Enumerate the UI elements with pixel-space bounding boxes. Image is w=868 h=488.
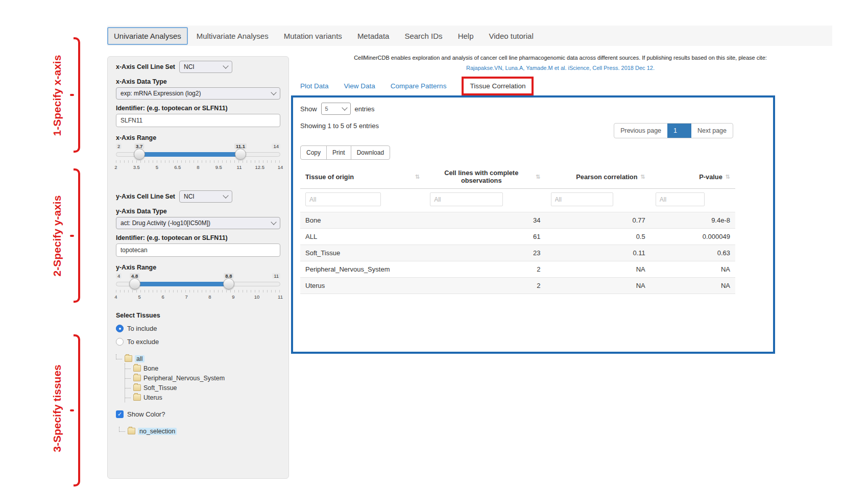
cell-p: 0.000049 <box>650 229 735 245</box>
nav-tab-multivariate-analyses[interactable]: Multivariate Analyses <box>190 27 275 45</box>
cell-r: 0.5 <box>546 229 650 245</box>
tick-label: 11 <box>278 294 283 300</box>
y-range-slider[interactable]: 4 4.8 8.8 11 4 5 6 7 8 9 10 11 <box>116 273 280 305</box>
y-range-ticks <box>116 290 280 292</box>
x-data-type-select[interactable]: exp: mRNA Expression (log2) <box>116 87 280 100</box>
y-cell-line-set-select[interactable]: NCI <box>179 190 232 203</box>
entries-count-select[interactable]: 5 <box>321 103 351 115</box>
x-range-min: 2 <box>116 143 122 149</box>
x-range-tick-labels: 2 3.5 5 6.5 8 9.5 11 12.5 14 <box>116 164 280 170</box>
sort-icon[interactable]: ⇅ <box>536 174 540 180</box>
x-range-slider[interactable]: 2 3.7 11.1 14 2 3.5 5 6.5 8 9.5 11 12.5 <box>116 143 280 175</box>
cell-n: 34 <box>425 212 545 229</box>
sub-tabs: Plot Data View Data Compare Patterns Tis… <box>300 77 534 95</box>
x-identifier-input[interactable] <box>116 114 280 127</box>
cell-n: 2 <box>425 278 545 294</box>
export-button-group: Copy Print Download <box>300 145 390 160</box>
column-header-pearson-correlation[interactable]: Pearson correlation ⇅ <box>546 165 650 189</box>
tree-connector <box>125 374 131 379</box>
cell-p: NA <box>650 278 735 294</box>
radio-off-icon[interactable] <box>116 338 124 346</box>
filter-input-pearson[interactable] <box>551 192 613 206</box>
nav-tab-help[interactable]: Help <box>451 27 480 45</box>
filter-input-tissue[interactable] <box>305 192 381 206</box>
copy-button[interactable]: Copy <box>301 146 327 159</box>
tree-item-soft-tissue[interactable]: Soft_Tissue <box>125 383 280 393</box>
tissue-tree: all Bone Peripheral_Nervous_System <box>116 354 280 402</box>
x-data-type-label: x-Axis Data Type <box>116 78 280 85</box>
annotation-bracket-2 <box>74 168 80 303</box>
x-range-handle-right[interactable] <box>235 149 246 160</box>
nav-tab-video-tutorial[interactable]: Video tutorial <box>482 27 540 45</box>
show-label: Show <box>300 105 317 113</box>
x-range-ticks <box>116 160 280 163</box>
radio-to-include[interactable]: To include <box>116 325 280 332</box>
cell-n: 23 <box>425 245 545 261</box>
cell-tissue: Uterus <box>300 278 425 294</box>
column-header-tissue-of-origin[interactable]: Tissue of origin ⇅ <box>300 165 425 189</box>
table-row: ALL 61 0.5 0.000049 <box>300 229 735 245</box>
nav-tab-search-ids[interactable]: Search IDs <box>398 27 449 45</box>
column-header-cell-lines[interactable]: Cell lines with complete observations ⇅ <box>425 165 545 189</box>
nav-tab-mutation-variants[interactable]: Mutation variants <box>277 27 349 45</box>
folder-icon <box>133 375 141 381</box>
tab-view-data[interactable]: View Data <box>344 82 375 90</box>
cell-tissue: Bone <box>300 212 425 229</box>
nav-tab-metadata[interactable]: Metadata <box>351 27 396 45</box>
tree-connector <box>125 383 131 388</box>
tick-label: 8 <box>197 164 199 170</box>
y-range-handle-left[interactable] <box>129 278 140 289</box>
show-color-checkbox-row[interactable]: ✓ Show Color? <box>116 410 280 418</box>
x-range-handle-left[interactable] <box>134 149 145 160</box>
selection-tree: no_selection <box>119 426 280 436</box>
tree-item-all[interactable]: all <box>116 354 280 363</box>
annotation-step1-x-axis: 1-Specify x-axis <box>51 55 63 136</box>
x-cell-line-set-select[interactable]: NCI <box>179 61 232 73</box>
y-identifier-input[interactable] <box>116 243 280 257</box>
checkbox-checked-icon[interactable]: ✓ <box>116 410 124 418</box>
y-data-type-value: act: Drug Activity (-log10[IC50M]) <box>120 219 210 227</box>
table-row: Bone 34 0.77 9.4e-8 <box>300 212 735 229</box>
tab-tissue-correlation[interactable]: Tissue Correlation <box>470 82 525 90</box>
radio-to-exclude[interactable]: To exclude <box>116 338 280 346</box>
entries-count-value: 5 <box>325 106 328 112</box>
column-label: Cell lines with complete observations <box>430 169 533 184</box>
y-axis-section: y-Axis Cell Line Set NCI y-Axis Data Typ… <box>116 190 280 305</box>
citation-link[interactable]: Rajapakse.VN, Luna.A, Yamade.M et al. iS… <box>291 63 830 74</box>
column-header-p-value[interactable]: P-value ⇅ <box>650 165 735 189</box>
tree-connector <box>125 364 131 369</box>
tick-label: 4 <box>114 294 117 300</box>
page-number-button[interactable]: 1 <box>667 124 691 138</box>
cell-r: NA <box>546 261 650 278</box>
nav-tab-univariate-analyses[interactable]: Univariate Analyses <box>107 27 188 45</box>
tree-item-pns-label: Peripheral_Nervous_System <box>143 375 225 382</box>
filter-input-cell-lines[interactable] <box>430 192 503 206</box>
y-range-handle-right[interactable] <box>223 278 234 289</box>
tree-item-soft-tissue-label: Soft_Tissue <box>143 384 177 392</box>
tree-item-uterus[interactable]: Uterus <box>125 393 280 402</box>
tree-item-no-selection[interactable]: no_selection <box>119 426 280 436</box>
sort-icon[interactable]: ⇅ <box>726 174 730 180</box>
radio-on-icon[interactable] <box>116 325 124 332</box>
x-identifier-label: Identifier: (e.g. topotecan or SLFN11) <box>116 105 280 112</box>
tree-item-peripheral-nervous-system[interactable]: Peripheral_Nervous_System <box>125 373 280 383</box>
tissue-correlation-red-highlight: Tissue Correlation <box>462 77 534 95</box>
tab-compare-patterns[interactable]: Compare Patterns <box>391 82 447 90</box>
tree-children: Bone Peripheral_Nervous_System Soft_Tiss… <box>125 363 280 402</box>
y-range-min: 4 <box>116 273 122 279</box>
tick-label: 14 <box>278 164 283 170</box>
sort-icon[interactable]: ⇅ <box>415 174 420 180</box>
filter-input-p-value[interactable] <box>656 192 705 206</box>
y-data-type-select[interactable]: act: Drug Activity (-log10[IC50M]) <box>116 217 280 229</box>
tree-item-bone[interactable]: Bone <box>125 363 280 373</box>
cell-tissue: ALL <box>300 229 425 245</box>
previous-page-button[interactable]: Previous page <box>614 124 667 138</box>
sort-icon[interactable]: ⇅ <box>641 174 645 180</box>
next-page-button[interactable]: Next page <box>691 124 733 138</box>
folder-icon <box>128 428 135 434</box>
print-button[interactable]: Print <box>327 146 351 159</box>
download-button[interactable]: Download <box>351 146 390 159</box>
tab-plot-data[interactable]: Plot Data <box>300 82 329 90</box>
tick-label: 9.5 <box>215 164 222 170</box>
tree-connector <box>116 354 122 359</box>
